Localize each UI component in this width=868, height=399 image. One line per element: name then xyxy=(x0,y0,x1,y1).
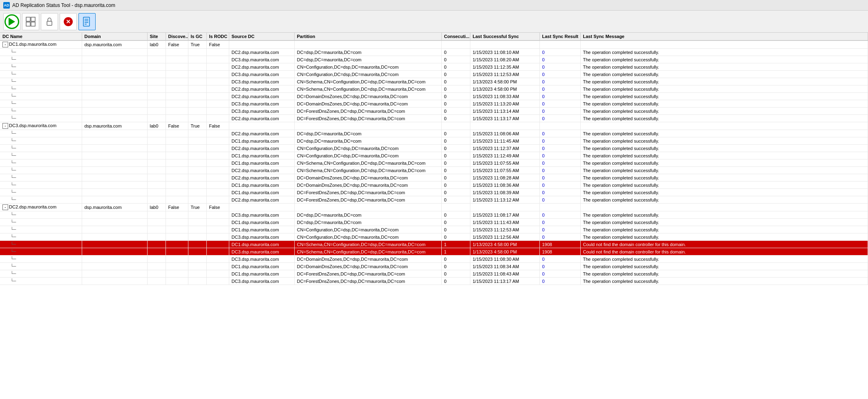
last-sync-cell: 1/15/2023 11:12:53 AM xyxy=(470,226,539,233)
tree-line: └─ xyxy=(2,190,16,195)
table-row: └─DC3.dsp.maurorita.comDC=ForestDnsZones… xyxy=(0,278,868,285)
partition-cell: DC=DomainDnsZones,DC=dsp,DC=maurorita,DC… xyxy=(294,100,441,108)
source-dc-cell: DC1.dsp.maurorita.com xyxy=(229,189,294,196)
last-result-cell: 0 xyxy=(539,85,580,93)
last-msg-cell: The operation completed successfully. xyxy=(580,256,868,263)
lock-icon xyxy=(44,16,55,27)
partition-cell: CN=Schema,CN=Configuration,DC=dsp,DC=mau… xyxy=(294,159,441,167)
last-result-cell: 0 xyxy=(539,49,580,56)
replication-dcname-cell: └─ xyxy=(0,196,82,204)
last-msg-cell: The operation completed successfully. xyxy=(580,263,868,270)
consec-cell: 0 xyxy=(441,211,470,219)
source-dc-cell: DC2.dsp.maurorita.com xyxy=(229,145,294,152)
table-row: └─DC1.dsp.maurorita.comCN=Schema,CN=Conf… xyxy=(0,159,868,167)
last-result-cell: 0 xyxy=(539,71,580,78)
tree-line: └─ xyxy=(2,249,16,254)
table-header-row: DC Name Domain Site Discove... Is GC Is … xyxy=(0,33,868,40)
table-row: └─DC1.dsp.maurorita.comCN=Configuration,… xyxy=(0,226,868,233)
replication-dcname-cell: └─ xyxy=(0,130,82,137)
last-msg-cell: Could not find the domain controller for… xyxy=(580,248,868,256)
partition-cell: CN=Schema,CN=Configuration,DC=dsp,DC=mau… xyxy=(294,241,441,248)
replication-dcname-cell: └─ xyxy=(0,226,82,233)
last-sync-cell: 1/15/2023 11:12:56 AM xyxy=(470,233,539,241)
last-sync-cell: 1/15/2023 11:07:55 AM xyxy=(470,167,539,174)
last-result-cell: 0 xyxy=(539,211,580,219)
table-row: └─DC1.dsp.maurorita.comDC=ForestDnsZones… xyxy=(0,270,868,278)
partition-cell: DC=ForestDnsZones,DC=dsp,DC=maurorita,DC… xyxy=(294,196,441,204)
last-msg-cell: The operation completed successfully. xyxy=(580,93,868,100)
partition-cell: DC=dsp,DC=maurorita,DC=com xyxy=(294,137,441,145)
source-dc-cell: DC1.dsp.maurorita.com xyxy=(229,226,294,233)
last-result-cell: 0 xyxy=(539,145,580,152)
consec-cell: 0 xyxy=(441,174,470,182)
source-dc-cell: DC3.dsp.maurorita.com xyxy=(229,248,294,256)
last-msg-cell: The operation completed successfully. xyxy=(580,196,868,204)
dc-name-text: DC2.dsp.maurorita.com xyxy=(9,204,56,209)
last-result-cell: 1908 xyxy=(539,248,580,256)
replication-dcname-cell: └─ xyxy=(0,152,82,159)
replication-dcname-cell: └─ xyxy=(0,189,82,196)
table-row: └─DC2.dsp.maurorita.comCN=Configuration,… xyxy=(0,63,868,71)
table-row: └─DC1.dsp.maurorita.comCN=Configuration,… xyxy=(0,152,868,159)
col-header-partition: Partition xyxy=(294,33,441,40)
consec-cell: 0 xyxy=(441,196,470,204)
svg-rect-4 xyxy=(47,21,52,25)
last-result-cell: 0 xyxy=(539,93,580,100)
source-dc-cell: DC2.dsp.maurorita.com xyxy=(229,93,294,100)
partition-cell: CN=Configuration,DC=dsp,DC=maurorita,DC=… xyxy=(294,152,441,159)
tree-line: └─ xyxy=(2,101,16,106)
run-button[interactable] xyxy=(3,13,20,30)
partition-cell: CN=Schema,CN=Configuration,DC=dsp,DC=mau… xyxy=(294,78,441,85)
consec-cell: 0 xyxy=(441,270,470,278)
consec-cell: 0 xyxy=(441,263,470,270)
tree-line: └─ xyxy=(2,256,16,262)
last-msg-cell: The operation completed successfully. xyxy=(580,78,868,85)
toolbar: ✕ xyxy=(0,11,868,33)
expand-icon[interactable]: - xyxy=(2,42,8,47)
svg-rect-5 xyxy=(83,17,89,26)
dc-name-cell: -DC3.dsp.maurorita.com xyxy=(0,122,82,130)
partition-cell: DC=DomainDnsZones,DC=dsp,DC=maurorita,DC… xyxy=(294,263,441,270)
tree-line: └─ xyxy=(2,49,16,55)
table-row: └─DC2.dsp.maurorita.comCN=Configuration,… xyxy=(0,145,868,152)
lock-button[interactable] xyxy=(41,13,58,30)
last-result-cell: 0 xyxy=(539,100,580,108)
last-result-cell: 0 xyxy=(539,152,580,159)
last-sync-cell: 1/13/2023 4:58:00 PM xyxy=(470,78,539,85)
table-row: └─DC3.dsp.maurorita.comCN=Schema,CN=Conf… xyxy=(0,248,868,256)
table-body: -DC1.dsp.maurorita.comdsp.maurorita.coml… xyxy=(0,40,868,285)
expand-icon[interactable]: - xyxy=(2,123,8,129)
last-msg-cell: The operation completed successfully. xyxy=(580,100,868,108)
document-button[interactable] xyxy=(78,13,96,30)
expand-icon[interactable]: - xyxy=(2,204,8,210)
last-msg-cell: The operation completed successfully. xyxy=(580,63,868,71)
consec-cell: 0 xyxy=(441,85,470,93)
last-sync-cell: 1/15/2023 11:13:17 AM xyxy=(470,278,539,285)
title-bar: AD AD Replication Status Tool - dsp.maur… xyxy=(0,0,868,11)
grid-icon xyxy=(25,16,36,27)
tree-line: └─ xyxy=(2,271,16,276)
tree-line: └─ xyxy=(2,278,16,284)
last-sync-cell: 1/15/2023 11:08:06 AM xyxy=(470,130,539,137)
consec-cell: 0 xyxy=(441,226,470,233)
dc-name-text: DC1.dsp.maurorita.com xyxy=(9,42,56,47)
last-result-cell: 0 xyxy=(539,196,580,204)
source-dc-cell: DC3.dsp.maurorita.com xyxy=(229,56,294,63)
stop-button[interactable]: ✕ xyxy=(60,13,77,30)
tree-line: └─ xyxy=(2,57,16,62)
partition-cell: CN=Schema,CN=Configuration,DC=dsp,DC=mau… xyxy=(294,167,441,174)
partition-cell: CN=Configuration,DC=dsp,DC=maurorita,DC=… xyxy=(294,226,441,233)
table-row: └─DC2.dsp.maurorita.comDC=ForestDnsZones… xyxy=(0,196,868,204)
partition-cell: CN=Configuration,DC=dsp,DC=maurorita,DC=… xyxy=(294,63,441,71)
table-row: └─DC2.dsp.maurorita.comDC=DomainDnsZones… xyxy=(0,93,868,100)
consec-cell: 1 xyxy=(441,248,470,256)
replication-dcname-cell: └─ xyxy=(0,93,82,100)
replication-dcname-cell: └─ xyxy=(0,100,82,108)
last-result-cell: 0 xyxy=(539,63,580,71)
last-result-cell: 0 xyxy=(539,219,580,226)
last-sync-cell: 1/15/2023 11:13:12 AM xyxy=(470,196,539,204)
last-result-cell: 0 xyxy=(539,130,580,137)
partition-cell: DC=dsp,DC=maurorita,DC=com xyxy=(294,56,441,63)
grid-button[interactable] xyxy=(22,13,39,30)
partition-cell: CN=Schema,CN=Configuration,DC=dsp,DC=mau… xyxy=(294,85,441,93)
